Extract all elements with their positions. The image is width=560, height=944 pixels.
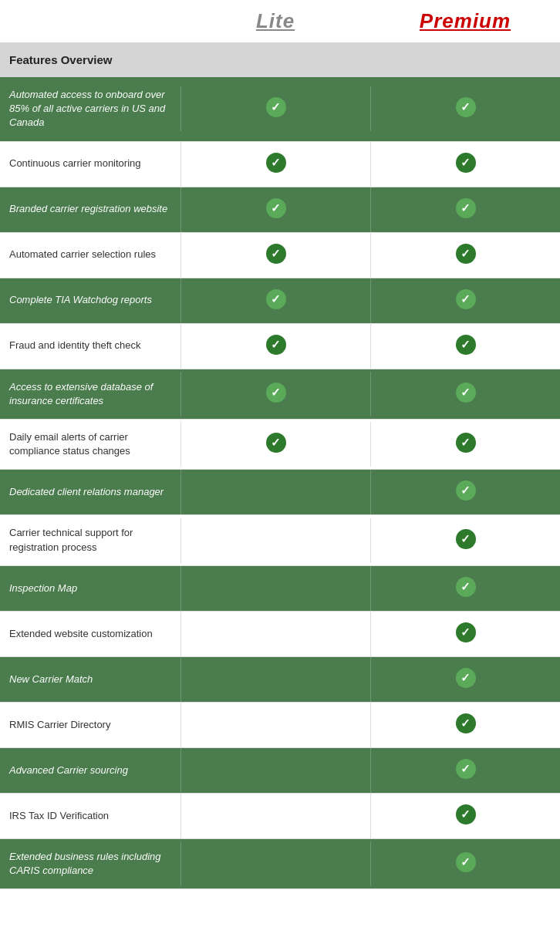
check-icon: [456, 804, 476, 824]
feature-label: Fraud and identity theft check: [0, 328, 180, 363]
lite-check-cell: [180, 187, 370, 232]
check-icon: [456, 383, 476, 403]
premium-check-cell: [370, 372, 560, 416]
premium-check-cell: [370, 518, 560, 563]
table-row: Automated carrier selection rules: [0, 233, 560, 278]
premium-check-cell: [370, 657, 560, 702]
check-icon: [266, 433, 286, 453]
lite-check-cell: [180, 422, 370, 467]
feature-label: Continuous carrier monitoring: [0, 146, 180, 181]
table-row: Extended website customization: [0, 612, 560, 657]
premium-check-cell: [370, 612, 560, 656]
feature-label: New Carrier Match: [0, 662, 180, 697]
check-icon: [456, 289, 476, 309]
lite-check-cell: [180, 470, 370, 514]
table-row: Continuous carrier monitoring: [0, 142, 560, 187]
table-row: Dedicated client relations manager: [0, 470, 560, 515]
empty-cell: [266, 577, 286, 597]
feature-label: IRS Tax ID Verification: [0, 798, 180, 834]
feature-label: Access to extensive database of insuranc…: [0, 369, 180, 419]
table-row: Branded carrier registration website: [0, 187, 560, 233]
table-row: Carrier technical support for registrati…: [0, 515, 560, 565]
premium-check-cell: [370, 422, 560, 467]
table-row: Advanced Carrier sourcing: [0, 748, 560, 794]
premium-check-cell: [370, 324, 560, 369]
lite-check-cell: [180, 841, 370, 886]
table-row: Access to extensive database of insuranc…: [0, 369, 560, 420]
empty-cell: [266, 713, 286, 733]
premium-check-cell: [370, 187, 560, 232]
check-icon: [266, 383, 286, 403]
lite-check-cell: [180, 748, 370, 793]
check-icon: [456, 668, 476, 688]
check-icon: [266, 335, 286, 355]
feature-label: RMIS Carrier Directory: [0, 707, 180, 743]
table-row: Extended business rules including CARIS …: [0, 839, 560, 889]
lite-check-cell: [180, 278, 370, 323]
feature-label: Advanced Carrier sourcing: [0, 753, 180, 788]
check-icon: [266, 153, 286, 173]
feature-label: Extended website customization: [0, 616, 180, 652]
premium-header: Premium: [370, 9, 560, 33]
check-icon: [456, 622, 476, 642]
lite-header: Lite: [180, 9, 370, 33]
check-icon: [456, 480, 476, 501]
check-icon: [456, 577, 476, 597]
feature-label: Daily email alerts of carrier compliance…: [0, 420, 180, 469]
feature-label: Extended business rules including CARIS …: [0, 839, 180, 888]
table-row: Complete TIA Watchdog reports: [0, 278, 560, 324]
empty-cell: [266, 480, 286, 501]
check-icon: [456, 153, 476, 173]
check-icon: [266, 289, 286, 309]
empty-cell: [266, 529, 286, 549]
section-title: Features Overview: [9, 53, 112, 66]
empty-cell: [266, 668, 286, 688]
premium-check-cell: [370, 142, 560, 187]
premium-check-cell: [370, 841, 560, 886]
check-icon: [456, 529, 476, 549]
table-row: Automated access to onboard over 85% of …: [0, 77, 560, 142]
section-header: Features Overview: [0, 42, 560, 77]
lite-check-cell: [180, 86, 370, 131]
empty-cell: [266, 759, 286, 779]
empty-cell: [266, 852, 286, 872]
lite-check-cell: [180, 372, 370, 416]
lite-check-cell: [180, 566, 370, 611]
check-icon: [456, 198, 476, 218]
table-row: RMIS Carrier Directory: [0, 703, 560, 748]
check-icon: [266, 198, 286, 218]
footer-space: [0, 889, 560, 912]
feature-label: Complete TIA Watchdog reports: [0, 282, 180, 318]
premium-check-cell: [370, 566, 560, 611]
table-row: New Carrier Match: [0, 657, 560, 703]
lite-check-cell: [180, 794, 370, 838]
check-icon: [456, 433, 476, 453]
table-row: Inspection Map: [0, 566, 560, 612]
premium-check-cell: [370, 86, 560, 131]
lite-check-cell: [180, 703, 370, 747]
feature-label: Automated access to onboard over 85% of …: [0, 77, 180, 141]
feature-label: Dedicated client relations manager: [0, 474, 180, 510]
premium-check-cell: [370, 233, 560, 278]
check-icon: [456, 759, 476, 779]
lite-check-cell: [180, 324, 370, 369]
empty-cell: [266, 804, 286, 824]
lite-check-cell: [180, 142, 370, 187]
premium-check-cell: [370, 703, 560, 747]
header: Lite Premium: [0, 0, 560, 42]
lite-check-cell: [180, 657, 370, 702]
table-row: Fraud and identity theft check: [0, 324, 560, 369]
feature-label: Inspection Map: [0, 571, 180, 606]
premium-check-cell: [370, 470, 560, 514]
check-icon: [266, 97, 286, 117]
table-row: IRS Tax ID Verification: [0, 794, 560, 839]
check-icon: [456, 335, 476, 355]
lite-check-cell: [180, 233, 370, 278]
check-icon: [266, 244, 286, 264]
lite-title: Lite: [256, 9, 295, 32]
feature-label: Branded carrier registration website: [0, 191, 180, 227]
check-icon: [456, 97, 476, 117]
premium-check-cell: [370, 794, 560, 838]
feature-label: Automated carrier selection rules: [0, 237, 180, 272]
premium-check-cell: [370, 278, 560, 323]
